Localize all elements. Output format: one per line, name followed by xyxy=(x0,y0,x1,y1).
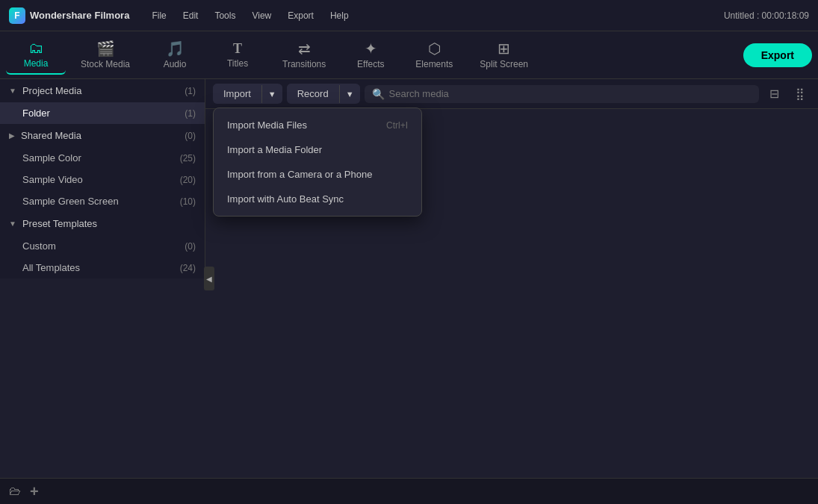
nav-tabs: 🗂 Media 🎬 Stock Media 🎵 Audio T Titles ⇄… xyxy=(0,31,818,79)
add-icon: + xyxy=(30,483,39,500)
new-folder-icon: 🗁 xyxy=(9,485,21,497)
app-logo: F Wondershare Filmora xyxy=(9,7,129,24)
tab-titles-label: Titles xyxy=(227,58,248,69)
import-beat-sync-label: Import with Auto Beat Sync xyxy=(227,193,344,205)
record-button-group: Record ▼ xyxy=(287,84,360,104)
tab-effects-label: Effects xyxy=(357,59,384,69)
tab-media[interactable]: 🗂 Media xyxy=(6,36,66,75)
import-files-shortcut: Ctrl+I xyxy=(386,120,408,131)
sidebar-item-sample-color[interactable]: Sample Color (25) xyxy=(0,147,205,169)
preset-templates-arrow: ▼ xyxy=(9,220,16,228)
search-box: 🔍 xyxy=(365,85,759,103)
shared-media-badge: (0) xyxy=(185,131,196,141)
custom-badge: (0) xyxy=(185,241,196,252)
menu-export[interactable]: Export xyxy=(280,7,321,24)
tab-split-screen-label: Split Screen xyxy=(480,59,528,69)
audio-icon: 🎵 xyxy=(166,41,185,56)
project-media-label: Project Media xyxy=(22,85,81,96)
menu-bar: File Edit Tools View Export Help xyxy=(144,7,356,24)
sidebar-section-project-media[interactable]: ▼ Project Media (1) xyxy=(0,79,205,102)
all-templates-badge: (24) xyxy=(180,263,196,273)
shared-media-label: Shared Media xyxy=(21,130,81,141)
tab-transitions[interactable]: ⇄ Transitions xyxy=(270,37,338,74)
sample-color-badge: (25) xyxy=(180,153,196,164)
shared-media-arrow: ▶ xyxy=(9,131,15,140)
sidebar-section-preset-templates[interactable]: ▼ Preset Templates xyxy=(0,212,205,235)
search-input[interactable] xyxy=(389,88,752,99)
menu-help[interactable]: Help xyxy=(323,7,356,24)
sidebar-collapse-button[interactable]: ◀ xyxy=(204,267,214,290)
main-layout: ▼ Project Media (1) Folder (1) ▶ Shared … xyxy=(0,79,818,478)
content-area: Import ▼ Record ▼ 🔍 ⊟ ⣿ Import Media Fil… xyxy=(205,79,818,478)
window-title: Untitled : 00:00:18:09 xyxy=(724,10,809,21)
record-dropdown-arrow[interactable]: ▼ xyxy=(339,85,360,103)
import-camera-label: Import from a Camera or a Phone xyxy=(227,169,372,180)
tab-titles[interactable]: T Titles xyxy=(208,37,267,73)
grid-view-button[interactable]: ⣿ xyxy=(790,84,811,104)
project-media-badge: (1) xyxy=(185,86,196,96)
tab-split-screen[interactable]: ⊞ Split Screen xyxy=(468,37,540,74)
sidebar-item-folder[interactable]: Folder (1) xyxy=(0,102,205,124)
custom-label: Custom xyxy=(22,240,56,252)
tab-effects[interactable]: ✦ Effects xyxy=(341,37,400,74)
sidebar: ▼ Project Media (1) Folder (1) ▶ Shared … xyxy=(0,79,205,279)
transitions-icon: ⇄ xyxy=(298,41,311,56)
bottom-bar: 🗁 + xyxy=(0,478,818,504)
import-dropdown-arrow[interactable]: ▼ xyxy=(261,85,282,103)
dropdown-menu: Import Media Files Ctrl+I Import a Media… xyxy=(213,108,422,217)
menu-edit[interactable]: Edit xyxy=(176,7,206,24)
new-folder-button[interactable]: 🗁 xyxy=(9,485,21,498)
menu-tools[interactable]: Tools xyxy=(207,7,243,24)
export-button[interactable]: Export xyxy=(743,43,812,67)
tab-transitions-label: Transitions xyxy=(282,59,326,69)
folder-badge: (1) xyxy=(185,108,196,119)
sidebar-item-custom[interactable]: Custom (0) xyxy=(0,235,205,257)
effects-icon: ✦ xyxy=(365,41,377,56)
sample-green-screen-badge: (10) xyxy=(180,196,196,207)
media-icon: 🗂 xyxy=(28,40,43,55)
import-files-label: Import Media Files xyxy=(227,119,307,131)
search-icon: 🔍 xyxy=(372,88,385,100)
dropdown-item-import-folder[interactable]: Import a Media Folder xyxy=(214,137,421,162)
import-button[interactable]: Import xyxy=(213,84,261,104)
dropdown-item-import-beat-sync[interactable]: Import with Auto Beat Sync xyxy=(214,187,421,211)
tab-audio-label: Audio xyxy=(164,59,187,69)
project-media-arrow: ▼ xyxy=(9,87,16,95)
record-button[interactable]: Record xyxy=(287,84,339,104)
dropdown-item-import-files[interactable]: Import Media Files Ctrl+I xyxy=(214,113,421,137)
menu-file[interactable]: File xyxy=(144,7,173,24)
split-screen-icon: ⊞ xyxy=(498,41,510,56)
sidebar-item-all-templates[interactable]: All Templates (24) xyxy=(0,257,205,279)
titles-icon: T xyxy=(233,42,242,55)
sidebar-item-sample-green-screen[interactable]: Sample Green Screen (10) xyxy=(0,190,205,212)
dropdown-item-import-camera[interactable]: Import from a Camera or a Phone xyxy=(214,162,421,187)
app-name: Wondershare Filmora xyxy=(30,10,129,21)
stock-media-icon: 🎬 xyxy=(96,41,115,56)
sidebar-wrapper: ▼ Project Media (1) Folder (1) ▶ Shared … xyxy=(0,79,205,478)
toolbar: Import ▼ Record ▼ 🔍 ⊟ ⣿ Import Media Fil… xyxy=(205,79,818,109)
tab-stock-media[interactable]: 🎬 Stock Media xyxy=(69,37,142,74)
tab-elements-label: Elements xyxy=(415,59,453,69)
add-media-button[interactable]: + xyxy=(30,483,39,500)
menu-view[interactable]: View xyxy=(244,7,279,24)
sidebar-section-shared-media[interactable]: ▶ Shared Media (0) xyxy=(0,124,205,147)
sidebar-item-sample-video[interactable]: Sample Video (20) xyxy=(0,169,205,190)
sample-video-badge: (20) xyxy=(180,175,196,185)
top-bar: F Wondershare Filmora File Edit Tools Vi… xyxy=(0,0,818,31)
preset-templates-label: Preset Templates xyxy=(22,218,97,229)
sample-video-label: Sample Video xyxy=(22,174,83,185)
tab-elements[interactable]: ⬡ Elements xyxy=(403,37,465,74)
import-folder-label: Import a Media Folder xyxy=(227,144,322,155)
import-button-group: Import ▼ xyxy=(213,84,282,104)
all-templates-label: All Templates xyxy=(22,262,80,273)
elements-icon: ⬡ xyxy=(428,41,441,56)
tab-stock-media-label: Stock Media xyxy=(81,59,130,69)
tab-audio[interactable]: 🎵 Audio xyxy=(145,37,205,74)
tab-media-label: Media xyxy=(24,58,49,69)
folder-label: Folder xyxy=(22,108,50,119)
sample-green-screen-label: Sample Green Screen xyxy=(22,196,119,207)
sample-color-label: Sample Color xyxy=(22,152,81,164)
filter-button[interactable]: ⊟ xyxy=(763,84,785,104)
app-logo-icon: F xyxy=(9,7,25,24)
